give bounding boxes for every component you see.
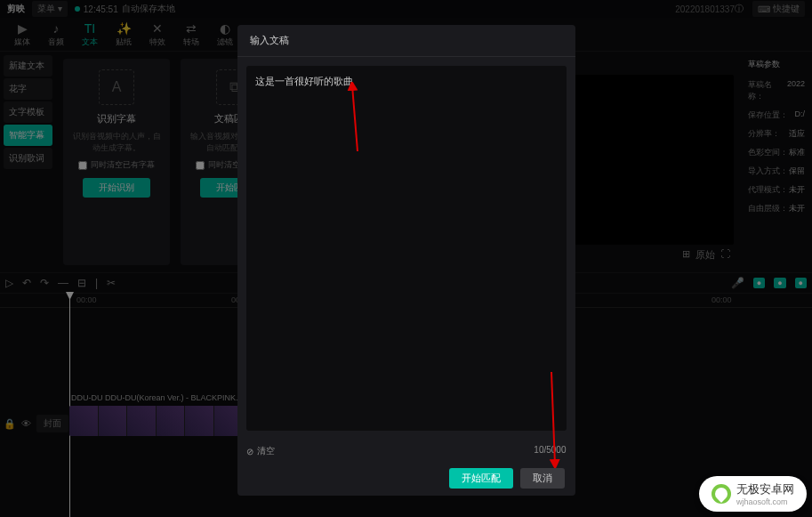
watermark: 无极安卓网 wjhaosoft.com — [699, 476, 807, 512]
cancel-button[interactable]: 取消 — [520, 468, 565, 489]
modal-overlay: 输入文稿 ⊘ 清空 10/5000 开始匹配 取消 — [0, 0, 812, 517]
watermark-url: wjhaosoft.com — [736, 497, 794, 506]
modal-title: 输入文稿 — [237, 25, 575, 57]
clear-icon[interactable]: ⊘ — [246, 447, 253, 456]
confirm-button[interactable]: 开始匹配 — [449, 468, 513, 489]
clear-button[interactable]: 清空 — [257, 445, 275, 457]
char-counter: 10/5000 — [534, 445, 566, 457]
text-input[interactable] — [246, 66, 567, 431]
watermark-name: 无极安卓网 — [736, 481, 794, 497]
input-text-modal: 输入文稿 ⊘ 清空 10/5000 开始匹配 取消 — [237, 25, 575, 496]
watermark-logo-icon — [712, 484, 731, 504]
